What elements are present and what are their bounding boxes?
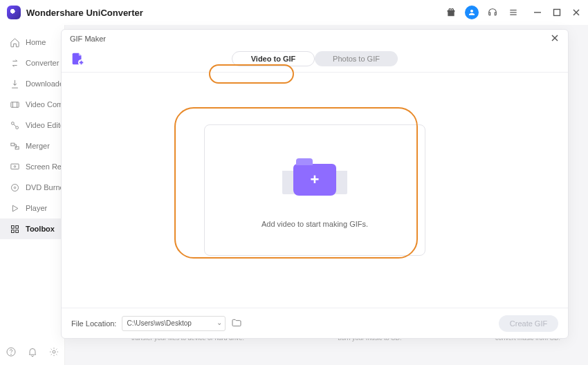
sidebar-item-video-compressor[interactable]: Video Compressor (0, 94, 64, 115)
svg-point-23 (53, 350, 55, 353)
sidebar-item-label: Merger (26, 142, 50, 150)
svg-rect-7 (11, 102, 19, 107)
dropzone-hint: Add video to start making GIFs. (261, 220, 368, 228)
window-close-button[interactable] (571, 8, 581, 17)
sidebar-item-label: Home (26, 38, 46, 46)
chevron-down-icon: ⌄ (217, 319, 222, 326)
modal-close-button[interactable] (550, 33, 560, 44)
sidebar-item-video-editor[interactable]: Video Editor (0, 115, 64, 135)
sidebar-item-home[interactable]: Home (0, 32, 64, 53)
modal-title: GIF Maker (70, 35, 106, 43)
app-title: Wondershare UniConverter (26, 8, 143, 18)
svg-point-22 (10, 354, 11, 355)
tab-photos-to-gif[interactable]: Photos to GIF (315, 51, 398, 66)
sidebar-item-converter[interactable]: Converter (0, 53, 64, 73)
help-icon[interactable] (5, 346, 17, 358)
svg-rect-17 (12, 225, 15, 228)
svg-rect-12 (11, 164, 19, 169)
support-icon[interactable] (486, 6, 499, 19)
window-maximize-button[interactable] (552, 8, 562, 17)
sidebar-item-label: DVD Burner (26, 183, 64, 191)
file-location-label: File Location: (71, 319, 116, 328)
app-logo (7, 6, 21, 19)
browse-folder-button[interactable] (231, 317, 244, 330)
folder-plus-icon: + (273, 152, 356, 207)
svg-rect-11 (15, 147, 19, 149)
file-location-value: C:\Users\ws\Desktop (127, 319, 191, 327)
sidebar-item-label: Toolbox (26, 225, 55, 233)
sidebar: Home Converter Downloader Video Compress… (0, 25, 65, 365)
svg-marker-16 (12, 205, 18, 212)
sidebar-item-merger[interactable]: Merger (0, 135, 64, 156)
sidebar-item-label: Player (26, 204, 47, 212)
sidebar-item-label: Screen Recorder (26, 162, 64, 171)
gift-icon[interactable] (444, 6, 458, 19)
tab-video-to-gif[interactable]: Video to GIF (232, 51, 315, 66)
gif-maker-modal: GIF Maker Video to GIF Photos to GIF (61, 29, 569, 339)
sidebar-item-toolbox[interactable]: Toolbox (0, 218, 64, 239)
file-location-dropdown[interactable]: C:\Users\ws\Desktop ⌄ (122, 316, 226, 331)
svg-point-14 (12, 184, 19, 191)
settings-icon[interactable] (48, 346, 60, 358)
svg-point-15 (14, 187, 16, 189)
user-avatar-icon[interactable] (465, 6, 479, 19)
svg-rect-20 (16, 230, 19, 232)
create-gif-button: Create GIF (499, 315, 558, 332)
svg-rect-4 (554, 10, 560, 16)
hamburger-menu-icon[interactable] (506, 6, 520, 19)
sidebar-item-downloader[interactable]: Downloader (0, 73, 64, 94)
notifications-icon[interactable] (26, 346, 39, 358)
sidebar-item-label: Video Compressor (26, 100, 64, 109)
svg-point-13 (14, 165, 16, 167)
svg-rect-19 (12, 230, 15, 232)
add-file-icon[interactable] (70, 51, 85, 66)
sidebar-item-label: Converter (26, 59, 59, 67)
add-video-dropzone[interactable]: + Add video to start making GIFs. (204, 124, 425, 256)
sidebar-item-label: Downloader (26, 79, 64, 88)
window-minimize-button[interactable] (533, 8, 542, 17)
svg-rect-18 (16, 225, 19, 228)
svg-rect-10 (11, 143, 15, 146)
sidebar-item-label: Video Editor (26, 121, 64, 129)
sidebar-item-screen-recorder[interactable]: Screen Recorder (0, 156, 64, 177)
sidebar-item-dvd-burner[interactable]: DVD Burner (0, 177, 64, 198)
sidebar-item-player[interactable]: Player (0, 198, 64, 218)
